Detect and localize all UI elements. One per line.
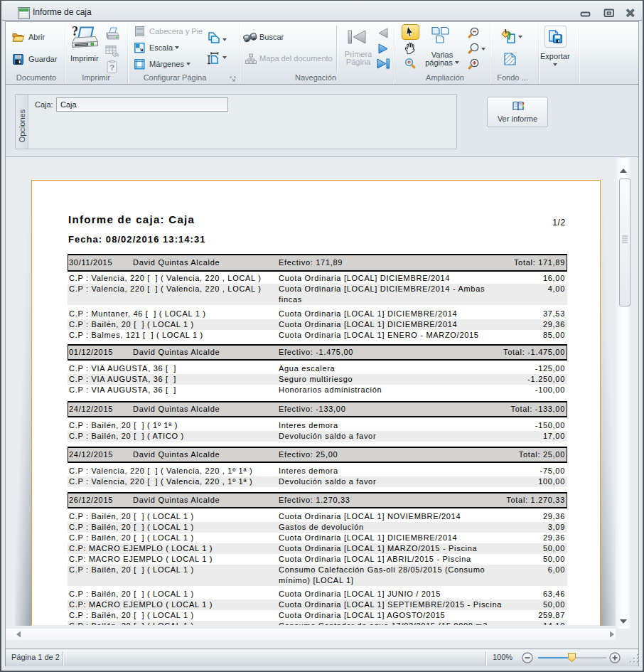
svg-text:?: ? [72,25,78,38]
svg-text:?: ? [109,63,114,72]
